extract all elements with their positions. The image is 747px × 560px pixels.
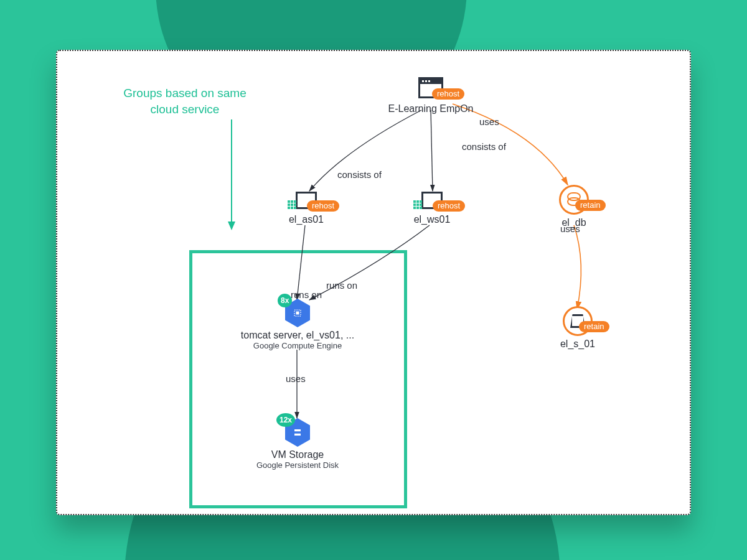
action-badge-rehost: rehost [433, 200, 465, 212]
svg-rect-3 [296, 312, 299, 315]
node-compute[interactable]: 8x tomcat server, el_vs01, ... Google Co… [235, 299, 360, 350]
node-vm-storage[interactable]: 12x VM Storage Google Persistent Disk [235, 418, 360, 470]
action-badge-rehost: rehost [307, 200, 339, 212]
node-root[interactable]: rehost E-Learning EmpOn [369, 77, 493, 114]
node-vm-storage-label: VM Storage [235, 449, 360, 460]
node-el-db-label: el_db [512, 217, 636, 228]
edge-label-runs-on-2: runs on [326, 280, 357, 291]
action-badge-retain: retain [579, 321, 609, 332]
node-el-s-01[interactable]: retain el_s_01 [515, 306, 640, 350]
annotation-arrow-icon [225, 119, 238, 231]
diagram-card: Groups based on same cloud service [56, 50, 691, 515]
node-el-as01[interactable]: rehost el_as01 [244, 192, 369, 225]
svg-marker-1 [228, 222, 235, 230]
group-annotation-text: Groups based on same cloud service [123, 86, 247, 116]
node-root-label: E-Learning EmpOn [369, 103, 493, 114]
node-compute-subtitle: Google Compute Engine [235, 341, 360, 350]
edge-label-uses-root: uses [479, 116, 499, 127]
node-vm-storage-subtitle: Google Persistent Disk [235, 460, 360, 470]
edge-label-consists-1: consists of [337, 169, 382, 180]
node-el-as01-label: el_as01 [244, 214, 369, 225]
count-badge: 12x [276, 413, 295, 427]
action-badge-rehost: rehost [432, 88, 464, 100]
node-el-s-01-label: el_s_01 [515, 338, 640, 350]
edge-label-uses-compute: uses [286, 373, 306, 384]
diagram-canvas: Groups based on same cloud service [57, 51, 690, 514]
node-el-ws01-label: el_ws01 [370, 214, 494, 225]
action-badge-retain: retain [575, 200, 606, 211]
group-annotation: Groups based on same cloud service [113, 85, 256, 117]
edge-label-consists-2: consists of [462, 141, 506, 152]
node-el-db[interactable]: retain el_db [512, 185, 636, 228]
node-compute-label: tomcat server, el_vs01, ... [235, 330, 360, 341]
node-el-ws01[interactable]: rehost el_ws01 [370, 192, 494, 225]
